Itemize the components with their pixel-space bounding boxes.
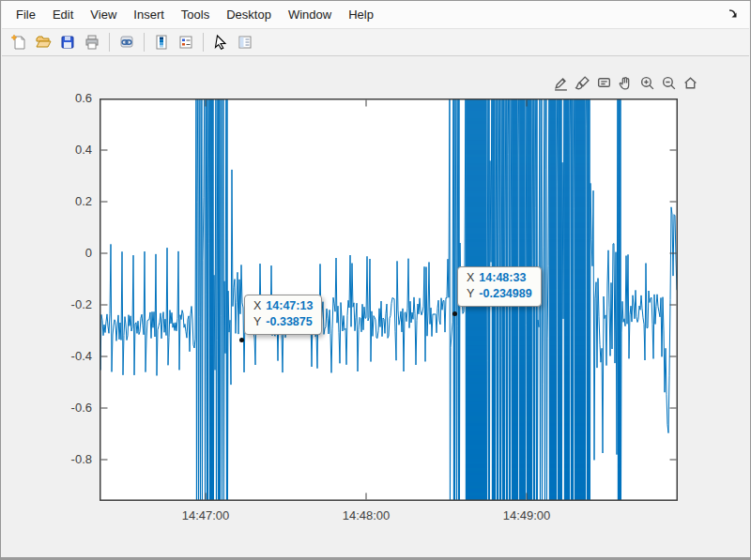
figure-toolbar [2,29,749,56]
x-tick-label: 14:49:00 [484,508,569,522]
datatip-y-label: Y [467,287,474,300]
new-figure-button[interactable] [7,30,31,54]
link-plot-button[interactable] [115,30,139,54]
y-tick-label: 0.6 [29,91,92,105]
x-tick-label: 14:48:00 [324,508,408,522]
y-tick-label: -0.4 [29,349,92,363]
datatip-y-label: Y [253,315,261,328]
toolbar-separator [144,33,145,52]
menu-file[interactable]: File [8,8,44,22]
plot-axes[interactable]: X14:47:13 Y-0.33875 X14:48:33 Y-0.234989 [100,98,678,501]
datatip-marker[interactable] [452,311,457,316]
insert-legend-button[interactable] [174,30,198,54]
menu-bar: File Edit View Insert Tools Desktop Wind… [2,1,749,29]
zoom-out-button[interactable] [659,73,679,92]
menu-view[interactable]: View [82,8,125,22]
menu-edit[interactable]: Edit [44,8,82,22]
datatip-x-value: 14:48:33 [479,271,526,284]
y-tick-label: -0.6 [29,401,92,415]
insert-colorbar-button[interactable] [149,30,174,54]
pan-button[interactable] [616,73,636,92]
open-file-button[interactable] [31,30,55,54]
edit-plot-button[interactable] [208,30,233,54]
menu-desktop[interactable]: Desktop [218,8,280,22]
y-tick-label: 0 [29,246,92,260]
datatip-y-value: -0.33875 [266,315,312,328]
datatip-y-value: -0.234989 [479,287,531,300]
datatip-x-label: X [253,299,261,312]
menu-insert[interactable]: Insert [125,8,173,22]
dock-figure-icon[interactable] [725,6,742,23]
toolbar-separator [109,33,110,52]
plot-browser-button[interactable] [233,30,257,54]
datatip-marker[interactable] [239,338,244,342]
menu-help[interactable]: Help [340,8,382,22]
signal-plot [100,98,678,501]
axes-toolbar [551,73,700,92]
y-tick-label: -0.2 [29,297,92,311]
data-tips-button[interactable] [594,73,614,92]
datatip-x-label: X [467,271,474,284]
y-tick-label: 0.4 [29,143,92,157]
zoom-in-button[interactable] [637,73,657,92]
toolbar-separator [203,33,204,52]
menu-window[interactable]: Window [280,8,340,22]
brush-data-button[interactable] [573,73,592,92]
matlab-figure-window: File Edit View Insert Tools Desktop Wind… [0,0,751,560]
y-tick-label: -0.8 [29,452,92,466]
datatip[interactable]: X14:47:13 Y-0.33875 [244,295,322,335]
x-tick-label: 14:47:00 [163,508,248,522]
datatip-x-value: 14:47:13 [266,299,313,312]
restore-view-button[interactable] [681,73,700,92]
menu-tools[interactable]: Tools [173,8,218,22]
print-figure-button[interactable] [80,30,104,54]
save-figure-button[interactable] [55,30,80,54]
y-tick-label: 0.2 [29,194,92,208]
datatip[interactable]: X14:48:33 Y-0.234989 [457,266,542,307]
export-button[interactable] [551,73,571,92]
